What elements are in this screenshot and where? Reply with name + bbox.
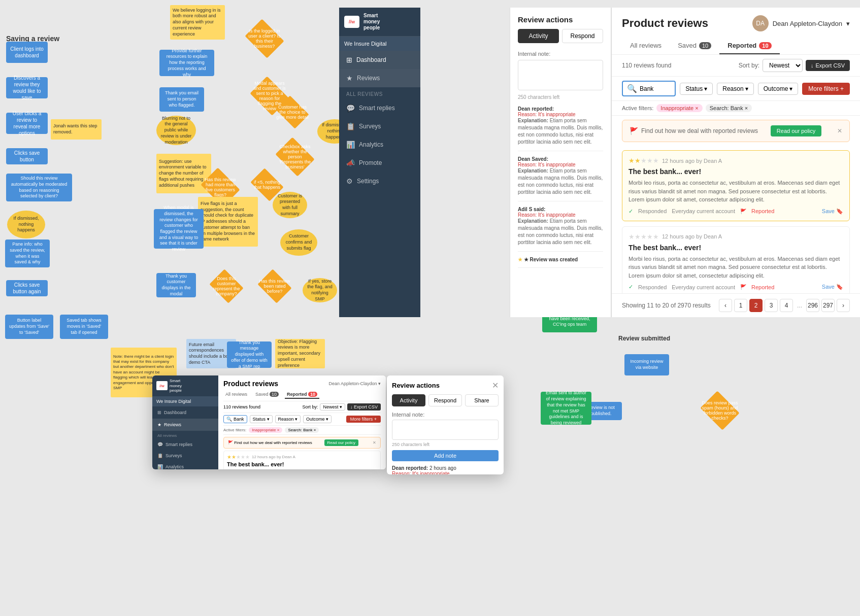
mini-brand-logo: //w [156, 381, 168, 390]
mini-tab-saved[interactable]: Saved 10 [253, 391, 281, 399]
page-btn-4[interactable]: 4 [780, 299, 793, 312]
more-filters-btn[interactable]: More filters + [802, 83, 850, 95]
mini-more-filters-btn[interactable]: More filters + [346, 416, 381, 423]
mini-tab-reported[interactable]: Reported 10 [285, 391, 319, 399]
user-info[interactable]: DA Dean Appleton-Claydon ▾ [752, 15, 850, 31]
mini-results-count: 110 reviews found [223, 404, 260, 409]
mini-search-icon: 🔍 [226, 417, 232, 422]
star-icon: ★ [518, 257, 522, 262]
node-review-submitted-label: Review submitted [618, 335, 670, 342]
sort-select[interactable]: Newest [763, 59, 803, 72]
sidebar-item-reviews[interactable]: ★ Reviews [339, 69, 420, 87]
search-input-wrap[interactable]: 🔍 [622, 81, 676, 96]
sidebar-label-promote: Promote [359, 159, 382, 166]
promote-icon: 📣 [346, 159, 355, 167]
mini-client[interactable]: We Insure Digital [152, 396, 218, 406]
search-input[interactable] [640, 85, 671, 92]
sidebar-item-promote[interactable]: 📣 Promote [339, 154, 420, 172]
bottom-actions-close[interactable]: ✕ [492, 381, 499, 390]
internal-note-textarea[interactable] [518, 60, 603, 90]
note-reason-1: Reason: It's inappropriate [518, 112, 603, 117]
bottom-note-textarea[interactable] [392, 420, 499, 440]
node-button-label: Button label updates from 'Save' to 'Sav… [5, 315, 53, 339]
mini-export-btn[interactable]: ↓ Export CSV [347, 403, 381, 410]
filter-chip-inappropriate[interactable]: Inappropriate × [656, 104, 702, 112]
tab-all-reviews[interactable]: All reviews [622, 38, 670, 54]
export-icon: ↓ [811, 62, 814, 69]
save-link-2[interactable]: Save 🔖 [822, 284, 843, 290]
note-author-1: Dean reported: [518, 106, 603, 112]
mini-status-btn[interactable]: Status ▾ [250, 415, 273, 423]
bottom-share-btn[interactable]: Share [465, 394, 499, 406]
mini-nav-dashboard[interactable]: ⊞ Dashboard [152, 406, 218, 419]
review-product-2: Everyday current account [672, 284, 735, 290]
bottom-add-note-btn[interactable]: Add note [392, 450, 499, 461]
mini-review-title: The best bank... ever! [227, 461, 377, 467]
pagination-showing: Showing 11 to 20 of 2970 results [622, 302, 711, 309]
mini-tab-all[interactable]: All reviews [223, 391, 249, 399]
status-filter[interactable]: Status ▾ [680, 83, 713, 95]
flag-icon: 🚩 [630, 127, 638, 135]
mini-read-policy-btn[interactable]: Read our policy [324, 439, 359, 446]
mini-reported-banner: 🚩 Find out how we deal with reported rev… [223, 437, 381, 449]
mini-search-wrap[interactable]: 🔍 Bank [223, 415, 247, 423]
banner-close-icon[interactable]: ✕ [837, 127, 842, 134]
review-status-2: Responded [638, 284, 667, 290]
sidebar-client[interactable]: We Insure Digital [339, 37, 420, 51]
node-saved-tab: Saved tab shows moves in 'Saved' tab if … [60, 315, 108, 339]
canvas: Saving a review Client logs into dashboa… [0, 0, 860, 616]
sidebar-item-settings[interactable]: ⚙ Settings [339, 172, 420, 190]
mini-sort-select[interactable]: Newest ▾ [320, 403, 345, 410]
mini-reason-btn[interactable]: Reason ▾ [275, 415, 301, 423]
actions-notes: Dean reported: Reason: It's inappropriat… [518, 106, 603, 268]
page-next-btn[interactable]: › [837, 299, 850, 312]
user-dropdown-icon[interactable]: ▾ [846, 20, 850, 27]
mini-nav-analytics[interactable]: 📊 Analytics [152, 461, 218, 469]
mini-nav-surveys[interactable]: 📋 Surveys [152, 450, 218, 461]
mini-brand-name: Smartmoneypeople [170, 379, 182, 393]
sidebar-label-settings: Settings [357, 178, 379, 185]
page-btn-2[interactable]: 2 [749, 299, 763, 312]
save-link-1[interactable]: Save 🔖 [822, 208, 843, 215]
bottom-activity-btn[interactable]: Activity [392, 394, 425, 406]
banner-text: Find out how we deal with reported revie… [641, 127, 758, 134]
sidebar-item-dashboard[interactable]: ⊞ Dashboard [339, 51, 420, 69]
note-author-3: Adil S said: [518, 207, 603, 212]
filter-chip-bank[interactable]: Search: Bank × [706, 104, 752, 112]
sidebar-item-surveys[interactable]: 📋 Surveys [339, 117, 420, 135]
mini-nav-smart-replies[interactable]: 💬 Smart replies [152, 439, 218, 450]
mini-outcome-btn[interactable]: Outcome ▾ [303, 415, 332, 423]
page-btn-297[interactable]: 297 [821, 299, 835, 312]
smart-replies-icon: 💬 [346, 104, 355, 112]
page-prev-btn[interactable]: ‹ [719, 299, 732, 312]
tab-reported[interactable]: Reported 10 [719, 38, 779, 54]
mini-analytics-icon: 📊 [157, 464, 163, 469]
review-product-1: Everyday current account [672, 208, 735, 214]
mini-banner-close[interactable]: ✕ [373, 440, 376, 445]
tabs-row: All reviews Saved 10 Reported 10 [622, 38, 850, 54]
export-btn[interactable]: ↓ Export CSV [806, 60, 850, 71]
reviews-header: Product reviews DA Dean Appleton-Claydon… [612, 8, 860, 55]
mini-chip-bank[interactable]: Search: Bank × [285, 427, 319, 433]
respond-btn[interactable]: Respond [562, 29, 603, 43]
mini-dashboard-icon: ⊞ [157, 410, 161, 415]
bottom-respond-btn[interactable]: Respond [428, 394, 462, 406]
page-btn-296[interactable]: 296 [806, 299, 819, 312]
page-btn-3[interactable]: 3 [765, 299, 778, 312]
outcome-filter[interactable]: Outcome ▾ [758, 83, 799, 95]
tab-saved[interactable]: Saved 10 [670, 38, 719, 54]
node-thank-you-email: Thank you email sent to person who flagg… [159, 87, 204, 112]
mini-sort-label: Sort by: [302, 404, 318, 409]
activity-btn[interactable]: Activity [518, 29, 559, 43]
reason-filter[interactable]: Reason ▾ [717, 83, 753, 95]
stars-2: ★★★★★ [629, 233, 659, 241]
read-policy-btn[interactable]: Read our policy [771, 125, 821, 136]
sort-label: Sort by: [739, 62, 759, 69]
sidebar-item-smart-replies[interactable]: 💬 Smart replies [339, 99, 420, 117]
mini-nav-reviews[interactable]: ★ Reviews [152, 419, 218, 431]
sidebar-item-analytics[interactable]: 📊 Analytics [339, 135, 420, 154]
page-btn-1[interactable]: 1 [734, 299, 747, 312]
saved-badge: 10 [699, 42, 711, 49]
mini-chip-inappropriate[interactable]: Inappropriate × [249, 427, 282, 433]
node-email-author: Email sent to author of review explainin… [541, 392, 591, 425]
